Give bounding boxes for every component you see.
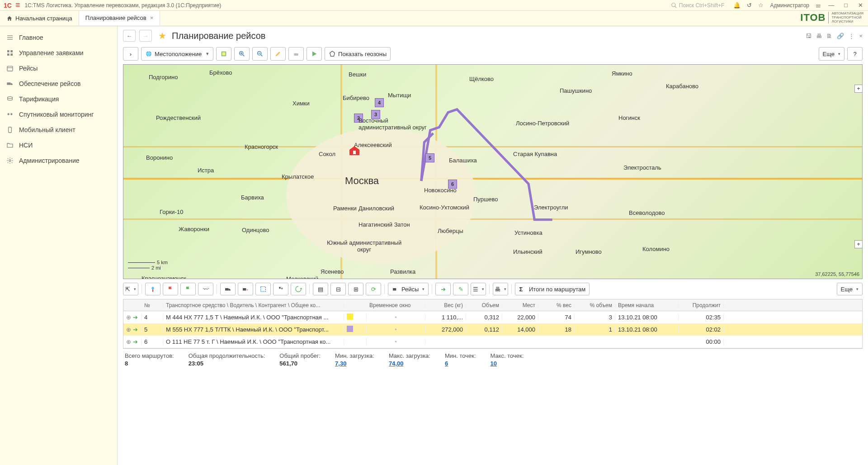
marker-5[interactable]: 5 <box>425 153 434 162</box>
search-icon <box>671 2 677 9</box>
minimize-icon[interactable]: — <box>827 2 835 9</box>
zoom-in-button[interactable] <box>234 47 250 61</box>
routes-table: № Транспортное средство \ Водитель \ Кон… <box>123 299 863 349</box>
search-input[interactable]: Поиск Ctrl+Shift+F <box>671 2 725 9</box>
back-button[interactable]: ← <box>123 30 136 42</box>
svg-text:×: × <box>246 288 248 291</box>
select-icon <box>259 285 267 293</box>
save-icon[interactable]: 🖫 <box>806 33 811 39</box>
tb-btn-11[interactable]: ⊟ <box>330 283 346 295</box>
sidebar: Главное Управление заявками Рейсы Обеспе… <box>0 26 118 465</box>
marker-4[interactable]: 4 <box>375 98 384 107</box>
svg-rect-17 <box>222 52 226 56</box>
tb-btn-13[interactable]: ⟳ <box>366 283 381 295</box>
more-button[interactable]: Еще▾ <box>819 47 844 61</box>
tb-btn-9[interactable] <box>291 283 306 295</box>
sidebar-item-main[interactable]: Главное <box>0 30 117 45</box>
star-icon[interactable]: ☆ <box>758 2 764 9</box>
maximize-icon[interactable]: □ <box>842 2 850 9</box>
print-icon[interactable]: 🖶 <box>816 33 822 39</box>
home-icon <box>6 15 13 22</box>
tb-btn-12[interactable]: ⊞ <box>348 283 363 295</box>
topbar: 1C ≡ 1C:TMS Логистика. Управление перево… <box>0 0 868 11</box>
svg-rect-35 <box>393 288 396 290</box>
map-panel-toggle-1[interactable]: + <box>854 85 863 93</box>
page-tools: 🖫 🖶 🗎 🔗 ⋮ × <box>806 33 863 39</box>
map-layers-button[interactable] <box>216 47 231 61</box>
sidebar-item-admin[interactable]: Администрирование <box>0 153 117 168</box>
table-row[interactable]: ⊕➔6О 111 НЕ 77 5 т. Г \ Наемный И.К. \ О… <box>123 336 862 348</box>
tab-home[interactable]: Начальная страница <box>0 11 79 26</box>
more-button-2[interactable]: Еще▾ <box>837 283 863 295</box>
kebab-icon[interactable]: ⋮ <box>849 33 854 39</box>
svg-rect-4 <box>7 39 13 39</box>
table-hscroll[interactable] <box>123 348 862 349</box>
pencil-icon <box>274 50 282 57</box>
eraser-button[interactable] <box>288 47 304 61</box>
svg-rect-32 <box>261 287 266 292</box>
pencil-button[interactable] <box>270 47 286 61</box>
location-dropdown[interactable]: Местоположение▼ <box>141 47 213 61</box>
sidebar-item-nsi[interactable]: НСИ <box>0 138 117 153</box>
sidebar-item-supply[interactable]: Обеспечение рейсов <box>0 76 117 91</box>
close-icon[interactable]: ✕ <box>856 2 864 9</box>
tab-close-icon[interactable]: × <box>150 14 154 21</box>
tb-btn-5[interactable] <box>220 283 236 295</box>
svg-rect-5 <box>7 50 9 52</box>
sidebar-item-orders[interactable]: Управление заявками <box>0 45 117 61</box>
link-icon[interactable]: 🔗 <box>837 33 844 39</box>
map-scale: 5 km 2 mi <box>128 260 168 270</box>
svg-rect-2 <box>7 35 13 36</box>
tb-btn-7[interactable] <box>255 283 271 295</box>
sidebar-item-trips[interactable]: Рейсы <box>0 61 117 76</box>
tab-planning[interactable]: Планирование рейсов × <box>79 11 160 26</box>
bell-icon[interactable]: 🔔 <box>733 2 741 9</box>
tb-btn-10[interactable]: ▤ <box>313 283 328 295</box>
svg-rect-25 <box>294 53 298 56</box>
forward-button[interactable]: → <box>139 30 152 42</box>
sidebar-item-satellite[interactable]: Спутниковый мониторинг <box>0 107 117 122</box>
tb-btn-14[interactable]: ➜ <box>435 283 451 295</box>
gear-icon <box>6 157 14 164</box>
bottom-toolbar: ⇱▾ 〰 × ▤ ⊟ ⊞ ⟳ Рейсы▾ ➜ ✎ ☰▾ 🖶▾ <box>118 279 868 299</box>
geozones-button[interactable]: Показать геозоны <box>325 47 391 61</box>
search-placeholder: Поиск Ctrl+Shift+F <box>679 2 725 9</box>
map-panel-toggle-2[interactable]: + <box>854 240 863 248</box>
tb-btn-8[interactable] <box>273 283 288 295</box>
tb-btn-4[interactable]: 〰 <box>198 283 213 295</box>
svg-point-34 <box>281 288 283 289</box>
tb-btn-2[interactable] <box>163 283 178 295</box>
close-page-icon[interactable]: × <box>859 33 863 39</box>
svg-rect-8 <box>10 53 13 56</box>
pin-person-icon <box>149 285 156 293</box>
tb-btn-1[interactable] <box>145 283 160 295</box>
equals-icon[interactable]: ⚌ <box>816 2 821 9</box>
sidebar-item-mobile[interactable]: Мобильный клиент <box>0 122 117 138</box>
tb-btn-3[interactable] <box>180 283 196 295</box>
sidebar-item-tariff[interactable]: Тарификация <box>0 91 117 107</box>
routes-dropdown[interactable]: Рейсы▾ <box>388 283 429 295</box>
coins-icon <box>6 95 14 103</box>
play-button[interactable] <box>307 47 322 61</box>
tree-button[interactable]: ⇱▾ <box>123 283 138 295</box>
tabbar: Начальная страница Планирование рейсов ×… <box>0 11 868 26</box>
svg-point-14 <box>9 160 11 161</box>
svg-rect-27 <box>353 151 356 154</box>
print-dropdown[interactable]: 🖶▾ <box>493 283 508 295</box>
help-button[interactable]: ? <box>847 47 863 61</box>
menu-icon[interactable]: ≡ <box>15 0 20 10</box>
zoom-out-button[interactable] <box>252 47 268 61</box>
table-row[interactable]: ⊕➔4М 444 НХ 777 1,5 Т \ Наемный И.К. \ О… <box>123 311 862 323</box>
map[interactable]: 2 3 4 5 6 Москва Химки Мытищи Щёлково Ба… <box>123 64 863 279</box>
tb-btn-15[interactable]: ✎ <box>453 283 468 295</box>
doc-icon[interactable]: 🗎 <box>826 33 832 39</box>
user-label[interactable]: Администратор <box>770 2 809 9</box>
table-row[interactable]: ⊕➔5М 555 НХ 777 1,5 Т/ТТК \ Наемный И.К.… <box>123 323 862 336</box>
totals-button[interactable]: Σ Итоги по маршрутам <box>515 283 590 295</box>
history-icon[interactable]: ↺ <box>747 2 752 9</box>
tb-btn-6[interactable]: × <box>238 283 253 295</box>
tb-btn-16[interactable]: ☰▾ <box>471 283 486 295</box>
favorite-icon[interactable]: ★ <box>158 30 166 41</box>
expand-button[interactable]: › <box>123 47 138 61</box>
truck-icon <box>6 80 14 87</box>
